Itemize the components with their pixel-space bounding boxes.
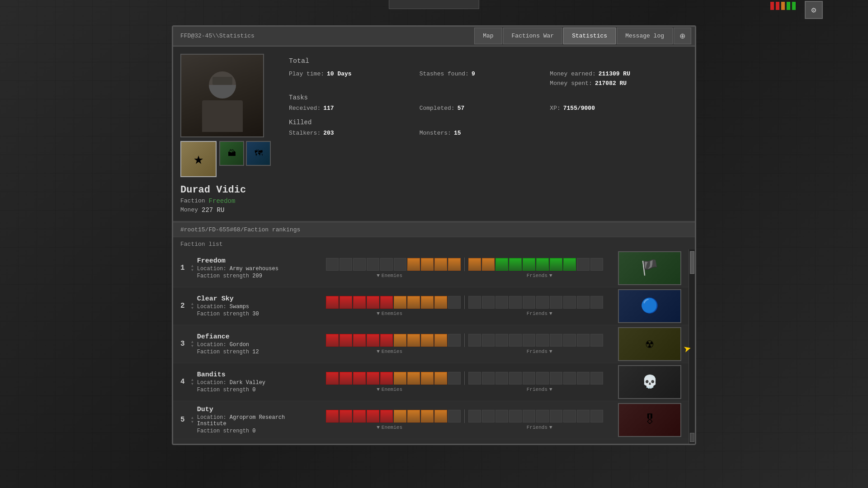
bar: [340, 410, 352, 422]
faction-strength-5: Faction strength 0: [197, 428, 315, 434]
bar: [326, 334, 339, 347]
char-left: ★ 🏔 🗺 Durad Vidic Faction Freedom Money: [180, 54, 271, 214]
indicator-red2: [776, 2, 779, 10]
money-spent-value: 217082 RU: [595, 80, 627, 87]
indicator-red: [770, 2, 774, 10]
sort-arrows-2[interactable]: ▲▼: [191, 302, 193, 310]
faction-location-5: Location: Agroprom Research Institute: [197, 414, 315, 427]
bar: [326, 296, 339, 309]
message-log-button[interactable]: Message log: [617, 28, 673, 44]
bar: [577, 258, 590, 271]
bar: [482, 410, 495, 422]
faction-emblem-3: ☢: [618, 327, 681, 361]
sort-arrows-4[interactable]: ▲▼: [191, 378, 193, 386]
top-indicators: [770, 2, 796, 10]
bar: [448, 410, 461, 422]
bar: [590, 372, 603, 385]
bar: [421, 372, 434, 385]
bar: [407, 296, 420, 309]
bar: [563, 334, 576, 347]
bar: [482, 334, 495, 347]
bar: [536, 410, 549, 422]
enemies-label-5: ▼ Enemies: [377, 425, 402, 430]
indicator-orange: [781, 2, 785, 10]
bar: [367, 372, 379, 385]
bar: [340, 372, 352, 385]
friends-label-1: Friends ▼: [527, 273, 552, 278]
bar: [482, 258, 495, 271]
bar: [448, 296, 461, 309]
statistics-button[interactable]: Statistics: [563, 28, 616, 44]
received-label: Received:: [289, 105, 321, 112]
scrollbar-bottom[interactable]: [690, 433, 694, 442]
top-bar: FFD@32-45\\Statistics Map Factions War S…: [173, 27, 695, 47]
bar: [509, 410, 522, 422]
bar: [468, 372, 481, 385]
bar: [563, 296, 576, 309]
top-right-button[interactable]: ⚙: [805, 1, 823, 19]
path-label: FFD@32-45\\Statistics: [173, 33, 474, 39]
faction-list-header: Faction list: [173, 237, 695, 249]
enemy-bars-4: [326, 372, 461, 385]
friend-bars-5: [468, 410, 603, 422]
bar: [353, 258, 366, 271]
money-value: 227 RU: [202, 206, 224, 214]
faction-details-3: Defiance Location: Gordon Faction streng…: [197, 333, 315, 355]
bar: [353, 296, 366, 309]
friends-label-2: Friends ▼: [527, 311, 552, 316]
faction-rows: 1 ▲▼ Freedom Location: Army warehouses F…: [173, 249, 689, 444]
indicator-green: [787, 2, 790, 10]
bar: [367, 258, 379, 271]
faction-name-3: Defiance: [197, 333, 315, 341]
list-item: 3 ▲▼ Defiance Location: Gordon Faction s…: [173, 325, 689, 363]
bar: [536, 372, 549, 385]
sort-arrows-5[interactable]: ▲▼: [191, 416, 193, 424]
tasks-label: Tasks: [289, 94, 680, 101]
bar: [550, 410, 562, 422]
char-faction-row: Faction Freedom: [180, 197, 271, 205]
bar: [523, 296, 535, 309]
enemy-bars-1: [326, 258, 461, 271]
bar: [340, 334, 352, 347]
char-info: Durad Vidic Faction Freedom Money 227 RU: [180, 184, 271, 214]
enemies-label-4: ▼ Enemies: [377, 387, 402, 392]
bar: [367, 334, 379, 347]
bar: [448, 372, 461, 385]
xp-value: 7155/9000: [563, 105, 595, 112]
bar: [353, 334, 366, 347]
bar: [523, 258, 535, 271]
money-earned-label: Money earned:: [550, 70, 595, 77]
bar: [394, 258, 406, 271]
sort-arrows-3[interactable]: ▲▼: [191, 340, 193, 348]
rep-section-5: ▼ Enemies Friends ▼: [315, 409, 614, 430]
bar: [421, 410, 434, 422]
bar: [577, 296, 590, 309]
scrollbar[interactable]: [689, 249, 695, 444]
bar: [407, 258, 420, 271]
enemies-label-1: ▼ Enemies: [377, 273, 402, 278]
faction-details-1: Freedom Location: Army warehouses Factio…: [197, 257, 315, 279]
bar: [550, 372, 562, 385]
faction-name-1: Freedom: [197, 257, 315, 265]
bar: [495, 258, 508, 271]
bar: [577, 334, 590, 347]
monsters-value: 15: [454, 130, 461, 136]
bar: [407, 372, 420, 385]
factions-war-button[interactable]: Factions War: [503, 28, 563, 44]
money-spent-label: Money spent:: [550, 80, 592, 87]
stashes-value: 9: [472, 70, 475, 77]
sort-arrows-1[interactable]: ▲▼: [191, 264, 193, 272]
money-earned-row: Money earned: 211309 RU: [550, 70, 680, 77]
faction-location-2: Location: Swamps: [197, 304, 315, 310]
bar: [563, 372, 576, 385]
scrollbar-thumb[interactable]: [690, 251, 694, 274]
badge-1: 🏔: [219, 141, 244, 166]
nav-icon-button[interactable]: ⊕: [674, 28, 691, 44]
nav-buttons: Map Factions War Statistics Message log …: [474, 28, 695, 44]
bar: [550, 296, 562, 309]
friend-bars-4: [468, 372, 603, 385]
friend-bars-2: [468, 296, 603, 309]
map-button[interactable]: Map: [474, 28, 502, 44]
bar: [380, 410, 393, 422]
bar: [509, 258, 522, 271]
